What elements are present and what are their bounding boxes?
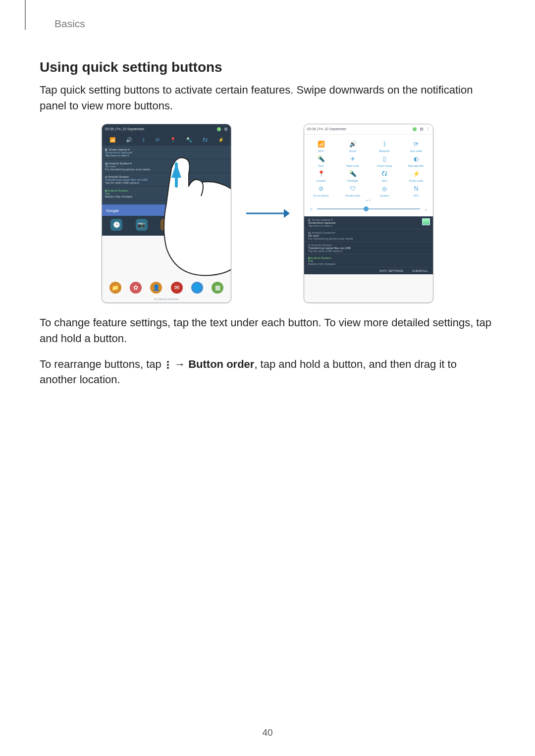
qs-sync[interactable]: 🗘Sync bbox=[369, 168, 400, 182]
wifi-icon: 📶 bbox=[316, 139, 326, 150]
app-camera[interactable]: 📷 bbox=[136, 219, 148, 231]
status-bar: 03:39 | Fri, 22 September ⚙ ⋮ bbox=[304, 124, 433, 135]
notification-item[interactable]: ▤ Android System ▾ SD card For transferr… bbox=[304, 229, 433, 242]
app-splanner[interactable]: ▭ bbox=[160, 219, 172, 231]
header-rule bbox=[25, 0, 26, 30]
google-card[interactable]: Google bbox=[102, 204, 231, 216]
sound-icon: 🔊 bbox=[347, 139, 358, 150]
sync-icon: 🗘 bbox=[379, 168, 390, 179]
page-title: Using quick setting buttons bbox=[40, 59, 495, 75]
qs-rotate[interactable]: ⟳Auto rotate bbox=[400, 139, 432, 152]
location-icon: 📍 bbox=[316, 168, 326, 179]
chevron-down-icon[interactable]: ⌄ bbox=[424, 206, 428, 211]
qs-torch[interactable]: 🔦Torch bbox=[305, 153, 337, 167]
more-icon[interactable]: ⋮ bbox=[427, 127, 430, 131]
app-row: 🕒 📷 ▭ ◉ ▶ bbox=[102, 216, 231, 236]
dock-row: 📁 ✿ 👤 ✉ 🌐 ▦ bbox=[102, 282, 231, 294]
sync-icon[interactable]: 🗘 bbox=[203, 137, 208, 143]
location-icon: ◎ bbox=[379, 183, 390, 194]
settings-icon[interactable]: ⚙ bbox=[224, 127, 228, 132]
section-header: Basics bbox=[54, 18, 495, 30]
notification-item[interactable]: ▮ Android System Info Battery fully char… bbox=[102, 187, 231, 201]
battery-icon: ▯ bbox=[379, 153, 390, 164]
more-options-icon bbox=[164, 360, 171, 370]
qs-bluetooth[interactable]: ᛒBluetooth bbox=[369, 139, 400, 152]
quick-settings-row: 📶 🔊 ᛒ ⟳ 📍 🔦 🗘 ⚡ bbox=[102, 134, 231, 146]
notification-footer: NOTI. bbox=[102, 201, 231, 204]
qs-bluelight[interactable]: ◐Blue light filter bbox=[400, 153, 432, 167]
svg-marker-1 bbox=[284, 209, 290, 218]
quick-settings-grid: 📶Wi-Fi 🔊Sound ᛒBluetooth ⟳Auto rotate 🔦T… bbox=[304, 135, 433, 198]
nfc-icon: N bbox=[411, 183, 422, 194]
thumbnail-icon bbox=[422, 218, 430, 225]
brightness-slider[interactable]: ☼ ⌄ bbox=[304, 203, 433, 216]
page-number: 40 bbox=[0, 727, 535, 738]
flashlight-icon: 🔦 bbox=[347, 168, 358, 179]
notification-item[interactable]: ψ Android System Transferring media file… bbox=[102, 173, 231, 187]
page-indicator: • ○ bbox=[304, 198, 433, 203]
sound-icon[interactable]: 🔊 bbox=[126, 137, 132, 143]
dock-email[interactable]: ✉ bbox=[171, 282, 183, 294]
rotate-icon[interactable]: ⟳ bbox=[156, 137, 160, 143]
dock-contacts[interactable]: 👤 bbox=[150, 282, 162, 294]
dnd-icon: ⊘ bbox=[316, 183, 326, 194]
noti-settings-button[interactable]: NOTI. SETTINGS bbox=[379, 269, 403, 272]
profile-dot-icon[interactable] bbox=[217, 127, 221, 131]
airplane-icon: ✈ bbox=[347, 153, 358, 164]
figure-row: 03:39 | Fri, 22 September ⚙ 📶 🔊 ᛒ ⟳ 📍 🔦 … bbox=[40, 124, 495, 303]
paragraph-2: To change feature settings, tap the text… bbox=[40, 315, 495, 347]
app-clock[interactable]: 🕒 bbox=[110, 219, 122, 231]
clear-all-button[interactable]: CLEAR ALL bbox=[412, 269, 428, 272]
torch-icon: 🔦 bbox=[316, 153, 326, 164]
location-icon[interactable]: 📍 bbox=[170, 137, 176, 143]
arrow-icon bbox=[245, 206, 290, 221]
app-fm[interactable]: ◉ bbox=[185, 219, 197, 231]
qs-power[interactable]: ⚡Power mode bbox=[400, 168, 432, 182]
notification-footer: NOTI. SETTINGS CLEAR ALL bbox=[304, 267, 433, 274]
flashlight-icon[interactable]: 🔦 bbox=[186, 137, 192, 143]
rotate-icon: ⟳ bbox=[411, 139, 422, 150]
intro-paragraph: Tap quick setting buttons to activate ce… bbox=[40, 82, 495, 114]
qs-location[interactable]: 📍Location bbox=[305, 168, 337, 182]
qs-powersave[interactable]: ▯Power saving bbox=[369, 153, 400, 167]
qs-flashlight[interactable]: 🔦Flashlight bbox=[337, 168, 369, 182]
bluetooth-icon: ᛒ bbox=[379, 139, 390, 150]
qs-dnd[interactable]: ⊘Do not disturb bbox=[305, 183, 337, 197]
wifi-icon[interactable]: 📶 bbox=[109, 137, 115, 143]
device-right: 03:39 | Fri, 22 September ⚙ ⋮ 📶Wi-Fi 🔊So… bbox=[304, 124, 433, 303]
dock-internet[interactable]: 🌐 bbox=[191, 282, 203, 294]
bottom-status: No Internet connection bbox=[102, 298, 231, 301]
qs-nfc[interactable]: NNFC bbox=[400, 183, 432, 197]
dock-gallery[interactable]: ✿ bbox=[130, 282, 142, 294]
dock-myfiles[interactable]: 📁 bbox=[109, 282, 121, 294]
qs-wifi[interactable]: 📶Wi-Fi bbox=[305, 139, 337, 152]
settings-icon[interactable]: ⚙ bbox=[420, 127, 424, 132]
notification-item[interactable]: ▮ Android System Info Battery fully char… bbox=[304, 254, 433, 267]
qs-flight[interactable]: ✈Flight mode bbox=[337, 153, 369, 167]
status-bar: 03:39 | Fri, 22 September ⚙ bbox=[102, 124, 231, 134]
qs-sound[interactable]: 🔊Sound bbox=[337, 139, 369, 152]
eye-icon: ◐ bbox=[411, 153, 422, 164]
notification-item[interactable]: ψ Android System Transferring media file… bbox=[304, 242, 433, 254]
powersave-icon[interactable]: ⚡ bbox=[218, 137, 224, 143]
notification-item[interactable]: ◧ Smart capture ▾ Screenshot captured Ta… bbox=[304, 216, 433, 229]
brightness-icon: ☼ bbox=[309, 206, 313, 211]
app-play[interactable]: ▶ bbox=[211, 219, 222, 231]
qs-loc2[interactable]: ◎Location bbox=[369, 183, 400, 197]
bluetooth-icon[interactable]: ᛒ bbox=[142, 137, 145, 143]
qs-private[interactable]: 🛡Private mode bbox=[337, 183, 369, 197]
device-left: 03:39 | Fri, 22 September ⚙ 📶 🔊 ᛒ ⟳ 📍 🔦 … bbox=[102, 124, 231, 303]
notification-item[interactable]: ▤ Android System ▾ SD card For transferr… bbox=[102, 159, 231, 173]
notification-item[interactable]: ◧ Smart capture ▾ Screenshot captured Ta… bbox=[102, 146, 231, 159]
private-icon: 🛡 bbox=[347, 183, 358, 194]
power-icon: ⚡ bbox=[411, 168, 422, 179]
dock-calendar[interactable]: ▦ bbox=[212, 282, 223, 294]
profile-dot-icon[interactable] bbox=[413, 127, 417, 131]
paragraph-3: To rearrange buttons, tap → Button order… bbox=[40, 356, 495, 388]
